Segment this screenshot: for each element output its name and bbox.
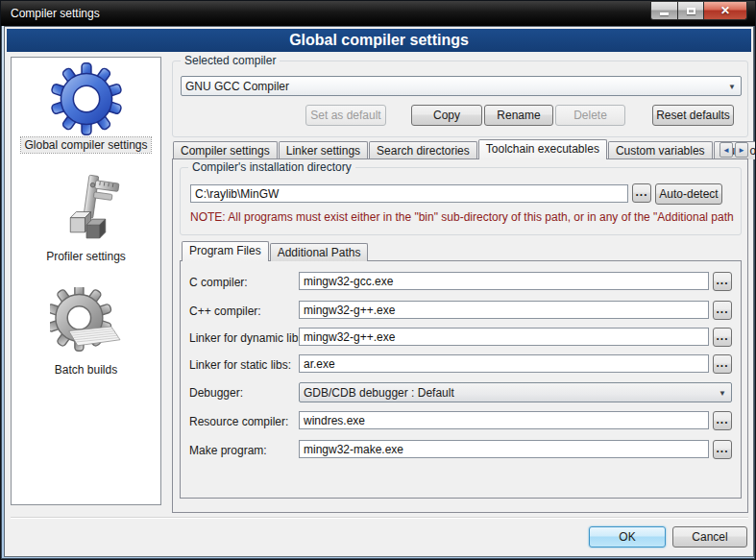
tab-search-directories[interactable]: Search directories — [369, 141, 477, 159]
caliper-icon — [50, 174, 123, 247]
page-title: Global compiler settings — [7, 29, 751, 52]
close-icon: ✕ — [720, 4, 730, 17]
resource-compiler-input[interactable] — [299, 411, 709, 429]
tab-toolchain-executables[interactable]: Toolchain executables — [478, 139, 607, 159]
tab-scroll-right-button[interactable]: ► — [735, 142, 748, 158]
c-compiler-browse-button[interactable]: ... — [713, 272, 732, 291]
dialog-client-area: Global compiler settings — [4, 26, 754, 557]
compiler-select[interactable]: GNU GCC Compiler ▼ — [181, 76, 742, 96]
ok-button[interactable]: OK — [589, 526, 666, 548]
rename-button[interactable]: Rename — [484, 105, 553, 126]
tab-additional-paths[interactable]: Additional Paths — [270, 243, 369, 261]
cpp-compiler-input[interactable] — [299, 301, 709, 319]
tab-program-files[interactable]: Program Files — [182, 241, 269, 261]
program-files-panel — [180, 260, 742, 499]
tab-custom-variables[interactable]: Custom variables — [608, 141, 713, 159]
cpp-compiler-browse-button[interactable]: ... — [713, 301, 732, 320]
sidebar-item-label: Profiler settings — [43, 249, 129, 264]
browse-directory-button[interactable]: ... — [632, 183, 651, 203]
tab-linker-settings[interactable]: Linker settings — [279, 141, 368, 159]
settings-category-list: Global compiler settings — [11, 57, 161, 505]
delete-button[interactable]: Delete — [555, 105, 625, 126]
auto-detect-button[interactable]: Auto-detect — [655, 183, 722, 205]
make-program-browse-button[interactable]: ... — [713, 440, 732, 459]
debugger-select[interactable]: GDB/CDB debugger : Default ▼ — [299, 382, 732, 402]
compiler-tabs: Compiler settings Linker settings Search… — [173, 139, 756, 159]
maximize-icon — [687, 8, 695, 14]
minimize-icon — [660, 12, 669, 15]
dynamic-linker-browse-button[interactable]: ... — [713, 328, 732, 347]
copy-button[interactable]: Copy — [411, 105, 482, 126]
static-linker-input[interactable] — [299, 354, 709, 373]
sidebar-item-label: Global compiler settings — [21, 137, 150, 153]
bin-subdirectory-note: NOTE: All programs must exist either in … — [190, 210, 734, 224]
resource-compiler-browse-button[interactable]: ... — [713, 411, 732, 430]
tab-scroll-left-button[interactable]: ◄ — [719, 142, 733, 158]
chevron-down-icon: ▼ — [719, 389, 726, 398]
footer-divider — [11, 517, 748, 519]
gray-gear-stack-icon — [50, 287, 123, 360]
group-legend: Compiler's installation directory — [188, 160, 355, 174]
dynamic-linker-input[interactable] — [299, 328, 709, 346]
window-title: Compiler settings — [11, 7, 100, 20]
title-bar[interactable]: Compiler settings ✕ — [1, 1, 755, 26]
cancel-button[interactable]: Cancel — [672, 526, 747, 548]
group-legend: Selected compiler — [181, 54, 280, 67]
blue-gear-icon — [50, 62, 123, 135]
sidebar-item-batch-builds[interactable]: Batch builds — [12, 287, 160, 377]
tab-compiler-settings[interactable]: Compiler settings — [173, 141, 278, 159]
maximize-button[interactable] — [678, 2, 704, 20]
sidebar-item-global-compiler-settings[interactable]: Global compiler settings — [12, 62, 160, 153]
debugger-select-value: GDB/CDB debugger : Default — [304, 386, 454, 400]
minimize-button[interactable] — [650, 2, 678, 20]
sidebar-item-label: Batch builds — [52, 362, 120, 377]
installation-directory-group: Compiler's installation directory ... Au… — [180, 167, 742, 235]
sidebar-item-profiler-settings[interactable]: Profiler settings — [12, 174, 160, 264]
installation-directory-input[interactable] — [190, 184, 628, 203]
make-program-input[interactable] — [299, 440, 709, 458]
compiler-settings-dialog: Compiler settings ✕ Global compiler sett… — [0, 0, 756, 560]
set-as-default-button[interactable]: Set as default — [305, 105, 386, 126]
program-tabs: Program Files Additional Paths — [182, 241, 369, 261]
reset-defaults-button[interactable]: Reset defaults — [652, 105, 734, 126]
compiler-select-value: GNU GCC Compiler — [185, 80, 289, 93]
close-button[interactable]: ✕ — [704, 2, 747, 20]
selected-compiler-group: Selected compiler GNU GCC Compiler ▼ Set… — [172, 61, 748, 137]
static-linker-browse-button[interactable]: ... — [713, 354, 732, 374]
c-compiler-input[interactable] — [299, 272, 709, 290]
chevron-down-icon: ▼ — [728, 83, 736, 91]
